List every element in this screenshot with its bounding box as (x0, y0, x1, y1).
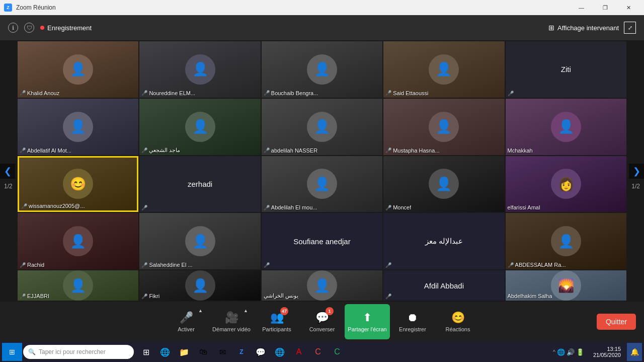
share-screen-button[interactable]: ⬆ Partager l'écran (345, 304, 390, 339)
taskbar-adobe[interactable]: A (290, 343, 308, 361)
video-cell-13[interactable]: 👤 🎤 Abdelilah El mou... (262, 156, 382, 212)
participants-button[interactable]: 47 👥 Participants (254, 304, 299, 339)
video-cell-15[interactable]: 👩 elfarissi Amal (506, 156, 626, 212)
mic-muted-icon-17: 🎤 (141, 262, 147, 268)
video-cell-4[interactable]: 👤 🎤 Said Ettaoussi (383, 41, 504, 98)
taskbar-taskview[interactable]: ⊞ (137, 343, 155, 361)
video-cell-6[interactable]: 👤 🎤 Abdellatif Al Mot... (18, 99, 138, 155)
reactions-icon: 😊 (451, 311, 465, 324)
chevron-icon[interactable]: ^ (553, 349, 555, 355)
minimize-button[interactable]: — (570, 0, 593, 15)
mic-arrow-icon[interactable]: ▲ (198, 308, 203, 313)
participant-12-name: zerhadi (188, 180, 212, 188)
participant-1-name: Khalid Anouz (27, 90, 59, 96)
mic-muted-icon-14: 🎤 (385, 205, 391, 210)
video-cell-2[interactable]: 👤 🎤 Noureddine ELM... (139, 41, 260, 98)
shield-icon[interactable]: 🛡 (24, 23, 34, 33)
video-cell-3[interactable]: 👤 🎤 Bouchaib Bengra... (262, 41, 382, 98)
close-button[interactable]: ✕ (617, 0, 640, 15)
recording-label: Enregistrement (47, 24, 92, 32)
restore-button[interactable]: ❐ (594, 0, 616, 15)
chat-button[interactable]: 1 💬 Converser (299, 304, 345, 339)
mic-muted-icon-8: 🎤 (264, 148, 270, 153)
participant-14-namerow: 🎤 Moncef (385, 204, 411, 210)
record-icon: ⏺ (407, 311, 418, 324)
participant-20-namerow: 🎤 ABDESSALAM Ra... (508, 262, 566, 268)
mic-muted-icon-1: 🎤 (20, 90, 26, 96)
taskbar-explorer[interactable]: 📁 (175, 343, 193, 361)
mic-muted-icon-4: 🎤 (385, 90, 391, 96)
next-page-arrow[interactable]: ❯ (629, 164, 644, 179)
quit-button[interactable]: Quitter (597, 314, 636, 330)
video-cell-7[interactable]: 👤 🎤 ماجد الشجعي (139, 99, 260, 155)
video-cell-12[interactable]: zerhadi 🎤 (139, 156, 260, 212)
zoom-icon: Z (4, 4, 12, 12)
participant-16-namerow: 🎤 Rachid (20, 262, 44, 268)
video-cell-9[interactable]: 👤 🎤 Mustapha Hasna... (383, 99, 504, 155)
video-cell-24[interactable]: Afdil Abbadi 🎤 (383, 270, 504, 301)
fullscreen-button[interactable]: ⤢ (624, 22, 636, 34)
video-cell-14[interactable]: 👤 🎤 Moncef (383, 156, 504, 212)
participant-10-namerow: Mchakkah (508, 148, 533, 154)
taskbar-app3[interactable]: C (328, 343, 346, 361)
search-bar[interactable]: 🔍 Taper ici pour rechercher (23, 345, 134, 359)
participant-13-name: Abdelilah El mou... (271, 204, 317, 210)
taskbar-whatsapp[interactable]: 💬 (252, 343, 270, 361)
prev-page-arrow[interactable]: ❮ (0, 164, 15, 179)
participant-17-name: Salaheddine El ... (149, 262, 192, 268)
video-cell-17[interactable]: 👤 🎤 Salaheddine El ... (139, 213, 260, 269)
main-area: ❮ 1/2 👤 🎤 Khalid Anouz 👤 🎤 Noureddine EL… (0, 40, 644, 302)
video-cell-5[interactable]: Ziti 🎤 (506, 41, 626, 98)
reactions-button[interactable]: 😊 Réactions (435, 304, 480, 339)
participant-2-name: Noureddine ELM... (149, 90, 195, 96)
participant-17-namerow: 🎤 Salaheddine El ... (141, 262, 192, 268)
video-cell-11[interactable]: 😊 🎤 wissamanouz2005@... (18, 156, 138, 212)
spotlight-button[interactable]: ⊞ Affichage intervenant (548, 24, 619, 32)
recording-badge[interactable]: Enregistrement (40, 24, 92, 32)
video-button[interactable]: ▲ 🎥 Démarrer vidéo (209, 304, 254, 339)
video-cell-23[interactable]: 👤 يونس الخراشي (262, 270, 382, 301)
mic-icon: 🎤 (180, 311, 193, 324)
mic-muted-icon-19: 🎤 (385, 262, 391, 268)
participant-23-name: يونس الخراشي (264, 293, 298, 299)
record-button[interactable]: ⏺ Enregistrer (390, 304, 435, 339)
video-cell-25[interactable]: 🌄 Abdelhakim Salha (506, 270, 626, 301)
mic-muted-icon-16: 🎤 (20, 262, 26, 268)
video-cell-16[interactable]: 👤 🎤 Rachid (18, 213, 138, 269)
video-cell-22[interactable]: 👤 🎤 Fikri (139, 270, 260, 301)
recording-dot (40, 26, 44, 30)
taskbar-chrome[interactable]: 🌐 (271, 343, 289, 361)
participant-1-namerow: 🎤 Khalid Anouz (20, 90, 59, 96)
video-cell-10[interactable]: 👤 Mchakkah (506, 99, 626, 155)
video-cell-20[interactable]: 👤 🎤 ABDESSALAM Ra... (506, 213, 626, 269)
info-icon[interactable]: ℹ (8, 23, 18, 33)
layout-icon: ⊞ (548, 24, 554, 32)
participant-12-namerow: 🎤 (141, 205, 147, 210)
taskbar-mail[interactable]: ✉ (213, 343, 231, 361)
window-controls[interactable]: — ❐ ✕ (570, 0, 640, 15)
start-button[interactable]: ⊞ (2, 343, 22, 361)
video-arrow-icon[interactable]: ▲ (244, 308, 248, 313)
participant-3-namerow: 🎤 Bouchaib Bengra... (264, 90, 318, 96)
taskbar-zoom[interactable]: Z (232, 343, 251, 361)
taskbar-edge[interactable]: 🌐 (156, 343, 174, 361)
video-cell-1[interactable]: 👤 🎤 Khalid Anouz (18, 41, 138, 98)
mic-button[interactable]: ▲ 🎤 Activer (164, 304, 209, 339)
video-cell-8[interactable]: 👤 🎤 abdelilah NASSER (262, 99, 382, 155)
taskbar-app2[interactable]: C (309, 343, 327, 361)
battery-icon: 🔋 (576, 348, 584, 356)
participant-21-name: EJJABRI (27, 293, 49, 299)
video-label: Démarrer vidéo (212, 326, 251, 332)
participant-7-namerow: 🎤 ماجد الشجعي (141, 147, 180, 154)
participant-25-namerow: Abdelhakim Salha (508, 293, 552, 299)
video-cell-19[interactable]: عبداﻹله معز 🎤 (383, 213, 504, 269)
notification-area[interactable]: 🔔 (627, 343, 642, 361)
share-label: Partager l'écran (348, 326, 386, 332)
chat-label: Converser (309, 326, 335, 332)
video-cell-18[interactable]: Soufiane anedjar 🎤 (262, 213, 382, 269)
page-indicator-left: 1/2 (4, 183, 13, 190)
search-icon: 🔍 (28, 348, 36, 355)
participant-9-namerow: 🎤 Mustapha Hasna... (385, 148, 439, 154)
video-cell-21[interactable]: 👤 🎤 EJJABRI (18, 270, 138, 301)
taskbar-store[interactable]: 🛍 (194, 343, 212, 361)
